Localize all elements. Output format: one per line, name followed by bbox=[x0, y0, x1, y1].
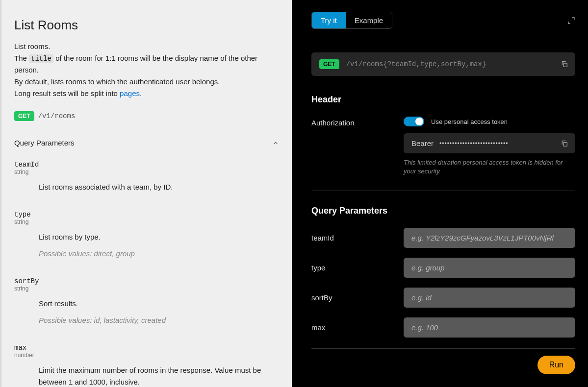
copy-icon[interactable] bbox=[561, 60, 568, 68]
toggle-label: Use personal access token bbox=[431, 118, 508, 125]
param-name: sortBy bbox=[14, 277, 279, 285]
http-method-badge: GET bbox=[14, 111, 34, 121]
param-description: List rooms associated with a team, by ID… bbox=[14, 181, 279, 193]
url-display-box: GET /v1/rooms{?teamId,type,sortBy,max} bbox=[311, 52, 575, 76]
param-teamId: teamId string List rooms associated with… bbox=[14, 161, 279, 193]
param-type: string bbox=[14, 169, 279, 175]
max-input[interactable] bbox=[404, 317, 575, 338]
header-section-heading: Header bbox=[311, 95, 575, 105]
query-parameters-heading: Query Parameters bbox=[311, 206, 575, 216]
tryit-panel: Try it Example GET /v1/rooms{?teamId,typ… bbox=[292, 0, 588, 387]
token-security-hint: This limited-duration personal access to… bbox=[404, 158, 575, 176]
tab-example[interactable]: Example bbox=[346, 12, 392, 28]
copy-icon[interactable] bbox=[561, 140, 568, 147]
pages-link[interactable]: pages bbox=[120, 89, 140, 97]
param-max: max number Limit the maximum number of r… bbox=[14, 344, 279, 387]
teamId-input[interactable] bbox=[404, 228, 575, 248]
param-name: max bbox=[14, 344, 279, 352]
toggle-row: Use personal access token bbox=[404, 117, 575, 126]
description-block: List rooms. The title of the room for 1:… bbox=[14, 41, 279, 99]
url-template: /v1/rooms{?teamId,type,sortBy,max} bbox=[346, 60, 567, 68]
svg-rect-1 bbox=[563, 143, 567, 146]
qp-row-max: max bbox=[311, 317, 575, 338]
tab-row: Try it Example bbox=[311, 12, 575, 29]
param-type: number bbox=[14, 352, 279, 359]
documentation-panel: List Rooms List rooms. The title of the … bbox=[0, 0, 292, 387]
authorization-label: Authorization bbox=[311, 117, 392, 127]
section-divider bbox=[311, 348, 575, 349]
param-possible-values: Possible values: direct, group bbox=[39, 248, 279, 260]
tab-group: Try it Example bbox=[311, 12, 392, 29]
authorization-row: Authorization Use personal access token … bbox=[311, 117, 575, 176]
param-possible-values: Possible values: id, lastactivity, creat… bbox=[39, 314, 279, 326]
inline-code: title bbox=[29, 54, 53, 63]
qp-label: sortBy bbox=[311, 293, 392, 302]
qp-label: type bbox=[311, 264, 392, 272]
endpoint-path: /v1/rooms bbox=[38, 112, 76, 120]
param-description: Limit the maximum number of rooms in the… bbox=[39, 364, 279, 387]
qp-label: max bbox=[311, 323, 392, 332]
param-type: string bbox=[14, 285, 279, 292]
qp-row-sortBy: sortBy bbox=[311, 288, 575, 308]
endpoint-row: GET /v1/rooms bbox=[14, 111, 279, 121]
page-title: List Rooms bbox=[14, 18, 279, 33]
run-button[interactable]: Run bbox=[537, 356, 575, 374]
svg-rect-0 bbox=[563, 63, 567, 67]
http-method-badge: GET bbox=[319, 59, 339, 69]
param-name: type bbox=[14, 211, 279, 218]
tab-tryit[interactable]: Try it bbox=[312, 12, 346, 28]
expand-icon[interactable] bbox=[567, 17, 575, 24]
param-type: type string List rooms by type. Possible… bbox=[14, 211, 279, 260]
token-masked-value: ••••••••••••••••••••••••••• bbox=[439, 140, 567, 147]
query-parameters-section-header[interactable]: Query Parameters bbox=[14, 139, 279, 147]
section-header-label: Query Parameters bbox=[14, 139, 75, 147]
personal-access-token-toggle[interactable] bbox=[404, 117, 424, 126]
desc-line: Long result sets will be split into page… bbox=[14, 88, 279, 99]
type-input[interactable] bbox=[404, 258, 575, 278]
qp-row-type: type bbox=[311, 258, 575, 278]
param-description: Sort results. bbox=[39, 298, 279, 310]
desc-line: By default, lists rooms to which the aut… bbox=[14, 76, 279, 88]
qp-label: teamId bbox=[311, 234, 392, 242]
desc-line: List rooms. bbox=[14, 41, 279, 52]
chevron-up-icon bbox=[272, 140, 279, 146]
param-type: string bbox=[14, 218, 279, 225]
qp-row-teamId: teamId bbox=[311, 228, 575, 248]
param-sortBy: sortBy string Sort results. Possible val… bbox=[14, 277, 279, 326]
param-name: teamId bbox=[14, 161, 279, 169]
section-divider bbox=[311, 191, 575, 191]
param-description: List rooms by type. bbox=[39, 231, 279, 243]
desc-line: The title of the room for 1:1 rooms will… bbox=[14, 52, 279, 76]
token-display-box: Bearer ••••••••••••••••••••••••••• bbox=[404, 133, 575, 153]
sortBy-input[interactable] bbox=[404, 288, 575, 308]
bearer-label: Bearer bbox=[411, 139, 434, 147]
